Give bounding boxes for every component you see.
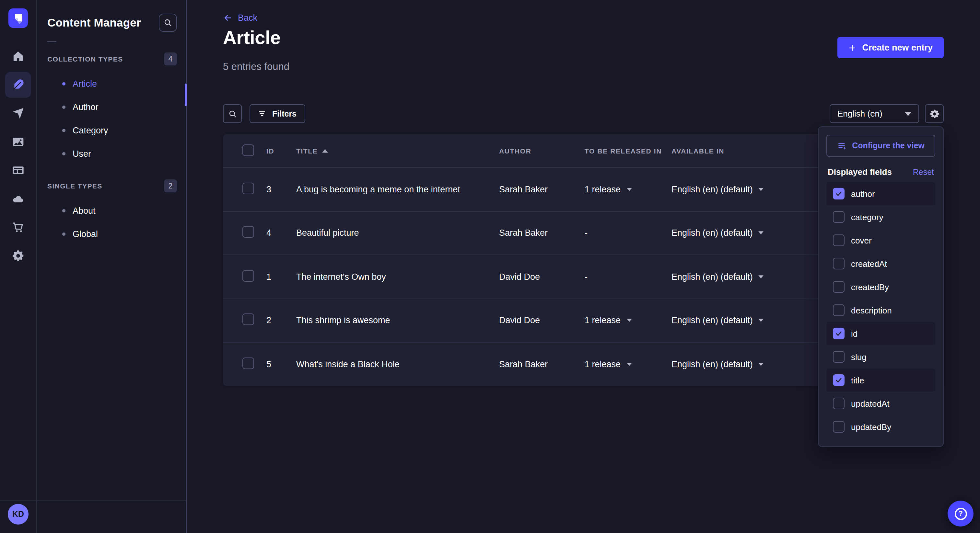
field-option[interactable]: author: [826, 182, 935, 205]
field-checkbox[interactable]: [833, 258, 845, 270]
field-option[interactable]: updatedAt: [826, 392, 935, 415]
sidebar-item[interactable]: User: [37, 142, 186, 165]
field-checkbox[interactable]: [833, 211, 845, 223]
cell-released[interactable]: 1 release: [585, 316, 671, 325]
sidebar-item[interactable]: Article: [37, 72, 186, 95]
chevron-down-icon: [627, 363, 632, 366]
field-option[interactable]: slug: [826, 345, 935, 368]
field-checkbox[interactable]: [833, 374, 845, 386]
field-option[interactable]: updatedBy: [826, 415, 935, 438]
bullet-icon: [62, 209, 65, 212]
field-checkbox[interactable]: [833, 398, 845, 409]
nav-content-type-builder-button[interactable]: [5, 157, 31, 183]
back-label: Back: [238, 13, 257, 23]
sort-asc-icon: [322, 149, 328, 152]
cell-id: 2: [266, 316, 296, 325]
row-checkbox[interactable]: [242, 314, 254, 325]
check-icon: [835, 190, 843, 198]
cell-released[interactable]: 1 release: [585, 185, 671, 194]
field-checkbox[interactable]: [833, 328, 845, 339]
nav-deploy-button[interactable]: [5, 186, 31, 212]
cell-title: The internet's Own boy: [296, 272, 499, 282]
chevron-down-icon: [759, 319, 764, 322]
search-button[interactable]: [223, 104, 242, 123]
field-label: cover: [851, 235, 872, 245]
nav-home-button[interactable]: [5, 43, 31, 69]
panel-icon: [12, 164, 25, 177]
collection-types-list: Article Author Category User: [37, 72, 186, 165]
row-checkbox[interactable]: [242, 182, 254, 194]
field-option[interactable]: createdBy: [826, 275, 935, 298]
collection-types-heading: COLLECTION TYPES: [47, 55, 123, 63]
field-checkbox[interactable]: [833, 351, 845, 363]
field-option[interactable]: cover: [826, 228, 935, 252]
field-checkbox[interactable]: [833, 235, 845, 246]
nav-settings-button[interactable]: [5, 243, 31, 269]
sidebar-item-label: About: [73, 206, 95, 215]
field-option[interactable]: createdAt: [826, 252, 935, 275]
user-avatar[interactable]: KD: [8, 504, 29, 525]
cloud-icon: [12, 192, 25, 205]
cell-title: Beautiful picture: [296, 228, 499, 238]
strapi-logo[interactable]: [8, 8, 28, 28]
filter-icon: [258, 109, 266, 118]
cell-id: 3: [266, 185, 296, 194]
column-header-author[interactable]: AUTHOR: [499, 147, 585, 154]
sidebar-item[interactable]: About: [37, 199, 186, 222]
nav-content-manager-button[interactable]: [5, 72, 31, 98]
create-new-entry-button[interactable]: Create new entry: [837, 37, 944, 58]
row-checkbox[interactable]: [242, 357, 254, 369]
sidebar-item[interactable]: Author: [37, 95, 186, 119]
divider: [47, 41, 56, 42]
single-types-list: About Global: [37, 199, 186, 246]
images-icon: [12, 135, 25, 148]
single-types-count-badge: 2: [164, 179, 177, 192]
single-types-heading: SINGLE TYPES: [47, 182, 102, 190]
strapi-logo-icon: [8, 8, 28, 28]
bullet-icon: [62, 152, 65, 155]
locale-select[interactable]: English (en): [830, 104, 919, 123]
reset-link[interactable]: Reset: [913, 167, 934, 176]
nav-media-library-button[interactable]: [5, 129, 31, 155]
field-option[interactable]: id: [826, 322, 935, 345]
entries-count: 5 entries found: [223, 61, 290, 73]
chevron-down-icon: [759, 363, 764, 366]
chevron-down-icon: [627, 188, 632, 191]
column-header-title[interactable]: TITLE: [296, 147, 499, 154]
field-checkbox[interactable]: [833, 421, 845, 433]
help-button[interactable]: ?: [948, 501, 974, 527]
filters-button[interactable]: Filters: [250, 104, 305, 123]
row-checkbox[interactable]: [242, 270, 254, 282]
nav-releases-button[interactable]: [5, 100, 31, 126]
sidebar-item[interactable]: Global: [37, 222, 186, 246]
back-link[interactable]: Back: [223, 13, 257, 23]
select-all-checkbox[interactable]: [242, 144, 254, 156]
field-checkbox[interactable]: [833, 305, 845, 316]
sidebar-search-button[interactable]: [159, 14, 177, 32]
field-option[interactable]: title: [826, 368, 935, 392]
field-checkbox[interactable]: [833, 188, 845, 200]
cell-released[interactable]: -: [585, 228, 671, 238]
sidebar-item-label: Article: [73, 79, 97, 89]
nav-marketplace-button[interactable]: [5, 214, 31, 240]
column-header-released[interactable]: TO BE RELEASED IN: [585, 147, 671, 154]
sidebar-item-label: Author: [73, 102, 99, 112]
cell-released[interactable]: 1 release: [585, 359, 671, 369]
field-checkbox[interactable]: [833, 281, 845, 293]
field-option[interactable]: category: [826, 205, 935, 228]
row-checkbox[interactable]: [242, 226, 254, 238]
plus-icon: [848, 44, 856, 51]
field-option[interactable]: description: [826, 298, 935, 322]
cell-id: 5: [266, 359, 296, 369]
column-header-id[interactable]: ID: [266, 147, 296, 154]
question-mark-icon: ?: [955, 508, 967, 520]
view-settings-button[interactable]: [925, 104, 944, 123]
sidebar-item[interactable]: Category: [37, 119, 186, 142]
cell-released[interactable]: -: [585, 272, 671, 282]
configure-the-view-button[interactable]: Configure the view: [826, 135, 935, 157]
bullet-icon: [62, 82, 65, 85]
sidebar-item-label: Global: [73, 229, 98, 239]
chevron-down-icon: [759, 275, 764, 279]
cell-author: David Doe: [499, 272, 585, 282]
gear-icon: [12, 249, 25, 262]
